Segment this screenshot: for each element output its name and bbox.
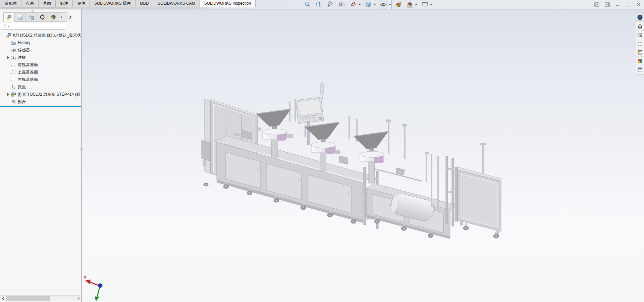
section-view-button[interactable] [337, 0, 346, 9]
panel-tab-property-manager[interactable] [14, 12, 26, 22]
previous-view-button[interactable] [326, 0, 335, 9]
hide-show-items-button[interactable] [379, 0, 388, 9]
task-pane-tab-appearances-scenes[interactable] [636, 57, 644, 65]
ribbon-tab-3[interactable]: 标注 [55, 0, 73, 7]
panel-tab-featuremanager-tree[interactable] [3, 12, 15, 22]
ribbon-tab-0[interactable]: 装配体 [0, 0, 21, 7]
viewport-splitter-handle[interactable] [80, 148, 83, 151]
hide-show-items-group [379, 0, 392, 9]
tree-item-front-plane[interactable]: 前视基准面 [0, 61, 81, 68]
commandmanager-tabs: 装配体布局草图标注评估SOLIDWORKS 插件MBDSOLIDWORKS CA… [0, 0, 255, 7]
panel-tab-display-manager[interactable] [48, 12, 59, 22]
scroll-right-arrow-icon[interactable] [75, 296, 81, 301]
dynamic-annotation-views-dropdown-caret[interactable] [358, 0, 361, 9]
main-bench-left[interactable] [217, 136, 372, 223]
zoom-to-area-icon [315, 1, 323, 8]
view-settings-group [420, 0, 433, 9]
history-folder-icon [10, 40, 16, 45]
tree-item-component-1[interactable]: (f) KFHJSL02 总装图.STEP<1> (默认 [0, 91, 81, 98]
tree-filter-input[interactable] [10, 23, 65, 29]
assembly-model[interactable] [82, 9, 644, 302]
expand-arrow-icon[interactable] [6, 93, 10, 96]
graphics-viewport[interactable]: X Y [82, 9, 644, 302]
zoom-to-fit-group [303, 0, 312, 9]
panel-tabs-scroll-right-button[interactable] [67, 12, 73, 22]
commandmanager-scroll-strip[interactable] [1, 7, 65, 9]
triad-z-axis [98, 284, 102, 288]
right-cabinet[interactable] [455, 167, 501, 236]
zoom-to-area-button[interactable] [315, 0, 323, 9]
panel-horizontal-scrollbar[interactable] [0, 295, 81, 301]
component-icon [10, 92, 16, 97]
plane-icon [10, 62, 16, 67]
minimize-button[interactable] [614, 1, 621, 7]
task-pane-tab-solidworks-resources[interactable] [636, 22, 644, 31]
ribbon-tab-8[interactable]: SOLIDWORKS Inspection [200, 0, 256, 7]
task-pane-tab-view-palette[interactable] [636, 48, 644, 57]
tree-item-history[interactable]: History [0, 39, 81, 46]
apply-scene-group [405, 0, 418, 9]
tree-item-label: 传感器 [18, 47, 30, 53]
scrollbar-thumb[interactable] [6, 296, 50, 301]
tree-item-label: 注解 [18, 55, 26, 60]
filter-dropdown-caret[interactable] [8, 26, 10, 28]
assembly-icon [6, 33, 12, 38]
tree-item-sensors[interactable]: 传感器 [0, 46, 81, 54]
commandmanager-divider [66, 7, 66, 9]
apply-scene-button[interactable] [406, 0, 414, 9]
ribbon-tab-2[interactable]: 草图 [38, 0, 56, 7]
tree-item-origin[interactable]: 原点 [0, 83, 81, 91]
view-settings-button[interactable] [421, 0, 429, 9]
tree-item-label: 原点 [18, 84, 26, 90]
tree-item-annotations[interactable]: 注解 [0, 54, 81, 61]
scroll-left-arrow-icon[interactable] [0, 296, 6, 301]
view-settings-icon [421, 1, 429, 8]
close-button[interactable] [635, 1, 642, 7]
task-pane-tab-file-explorer[interactable] [636, 39, 644, 48]
dynamic-annotation-views-group [348, 0, 362, 9]
edit-appearance-button[interactable] [394, 0, 403, 9]
view-settings-dropdown-caret[interactable] [429, 0, 433, 9]
tree-item-assembly-root[interactable]: KFHJSL02 总装图 (默认<默认_显示状态 [0, 32, 81, 39]
task-pane-tab-design-library[interactable] [636, 31, 644, 39]
svg-text:X: X [84, 275, 86, 279]
panel-tab-configuration-manager[interactable] [25, 12, 37, 22]
restore-button[interactable] [624, 1, 632, 7]
tree-item-label: History [18, 40, 30, 45]
ribbon-tab-1[interactable]: 布局 [21, 0, 39, 7]
tree-item-mates[interactable]: 配合 [0, 98, 81, 105]
hide-show-items-icon [380, 1, 387, 8]
view-orientation-icon [365, 1, 372, 8]
apply-scene-dropdown-caret[interactable] [414, 0, 418, 9]
control-panel-pole[interactable] [307, 121, 310, 145]
dynamic-annotation-views-button[interactable] [349, 0, 358, 9]
featuremanager-tab-strip [3, 12, 73, 22]
plane-icon [10, 77, 16, 82]
view-orientation-dropdown-caret[interactable] [373, 0, 376, 9]
zoom-to-area-group [314, 0, 324, 9]
collapse-pane-left-button[interactable] [593, 1, 600, 7]
rollback-bar[interactable] [0, 106, 81, 107]
task-pane-tab-solidworks-forum[interactable] [636, 13, 644, 22]
ribbon-tab-6[interactable]: MBD [135, 0, 154, 7]
section-view-group [337, 0, 346, 9]
task-pane-tab-custom-properties[interactable] [636, 65, 644, 74]
view-orientation-button[interactable] [364, 0, 373, 9]
zoom-to-fit-button[interactable] [303, 0, 312, 9]
panel-splitter-handle[interactable] [32, 10, 34, 13]
panel-tab-dimxpert-manager[interactable] [37, 12, 48, 22]
ribbon-tab-7[interactable]: SOLIDWORKS CAM [153, 0, 200, 7]
expand-arrow-icon[interactable] [6, 56, 10, 59]
edit-appearance-icon [395, 1, 402, 8]
tree-item-right-plane[interactable]: 右视基准面 [0, 76, 81, 83]
plane-icon [10, 69, 16, 75]
panel-tabs-scroll-left-button[interactable] [59, 12, 67, 22]
ribbon-tab-4[interactable]: 评估 [72, 0, 90, 7]
ribbon-tab-5[interactable]: SOLIDWORKS 插件 [90, 0, 136, 7]
control-panel-box[interactable] [296, 97, 324, 124]
tree-filter-row [1, 23, 65, 30]
tree-item-top-plane[interactable]: 上视基准面 [0, 68, 81, 76]
collapse-pane-right-button[interactable] [603, 1, 611, 7]
filter-funnel-icon[interactable] [2, 23, 7, 30]
hide-show-items-dropdown-caret[interactable] [388, 0, 391, 9]
